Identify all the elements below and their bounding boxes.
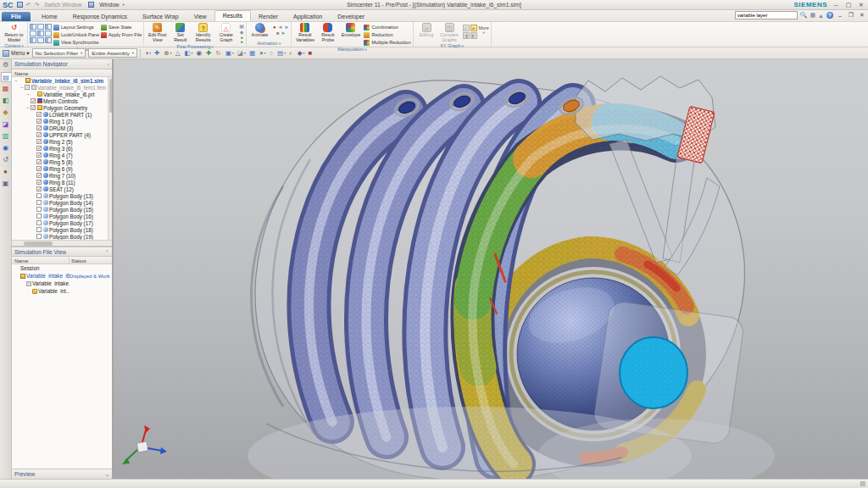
layout-arrangement-icon[interactable]: [45, 30, 52, 36]
ribbon-tab[interactable]: Response Dynamics: [65, 12, 135, 21]
tree-item[interactable]: LOWER PART (1): [12, 111, 112, 118]
animate-button[interactable]: Animate: [248, 23, 271, 38]
simulation-navigator-header[interactable]: Simulation Navigator ▫: [12, 59, 112, 69]
tree-item[interactable]: Ring 3 (6): [12, 145, 112, 152]
palette-icon[interactable]: ▥: [1, 131, 11, 141]
step-back-icon[interactable]: ◄: [278, 25, 283, 30]
window-layout-icon[interactable]: ▦: [248, 48, 257, 58]
visibility-checkbox[interactable]: [36, 193, 42, 198]
tree-item[interactable]: SEAT (12): [12, 186, 112, 192]
visibility-checkbox[interactable]: [36, 125, 42, 130]
tree-item[interactable]: Ring 4 (7): [12, 152, 112, 158]
reuse-library-icon[interactable]: ◪: [1, 119, 11, 130]
file-view-name-column[interactable]: Name: [12, 258, 70, 263]
visibility-checkbox[interactable]: [31, 98, 36, 103]
ribbon-tab[interactable]: Results: [214, 10, 251, 21]
tree-horizontal-scrollbar[interactable]: [12, 241, 112, 247]
tree-item[interactable]: Polygon Body (13): [12, 192, 112, 199]
ribbon-text-button[interactable]: Apply From File: [101, 31, 142, 38]
home-icon[interactable]: ▲: [818, 13, 824, 19]
ribbon-text-button[interactable]: Multiple Reduction: [364, 39, 410, 46]
measure-icon[interactable]: △: [174, 48, 182, 58]
visibility-checkbox[interactable]: [36, 180, 42, 185]
tree-item[interactable]: Polygon Body (16): [12, 213, 112, 219]
tree-item[interactable]: Ring 6 (9): [12, 165, 112, 172]
save-icon[interactable]: [17, 2, 23, 8]
undo-icon[interactable]: ↶: [26, 2, 31, 8]
ribbon-text-button[interactable]: View Synchronize: [53, 39, 99, 46]
visibility-checkbox[interactable]: [36, 173, 42, 178]
close-button[interactable]: ✕: [857, 2, 865, 8]
ribbon-tab[interactable]: Developer: [330, 12, 372, 21]
file-view-row[interactable]: Variable_intake...: [12, 280, 112, 287]
menu-button[interactable]: Menu▾: [3, 50, 30, 57]
ribbon-text-button[interactable]: Reduction: [364, 31, 410, 38]
ribbon-tab[interactable]: Surface Wrap: [135, 12, 186, 21]
ribbon-text-button[interactable]: Combination: [364, 24, 410, 30]
ribbon-tab[interactable]: File: [2, 12, 31, 21]
navigator-name-column-header[interactable]: Name: [12, 69, 112, 77]
identify-results-button[interactable]: Identify Results: [192, 23, 214, 42]
visibility-checkbox[interactable]: [36, 119, 42, 124]
envelope-button[interactable]: Envelope: [339, 23, 362, 42]
search-icon[interactable]: 🔍: [800, 12, 808, 19]
maximize-button[interactable]: ▢: [844, 2, 853, 8]
result-probe-button[interactable]: Result Probe: [316, 23, 339, 42]
doc-close-button[interactable]: ✕: [858, 12, 866, 19]
visibility-checkbox[interactable]: [36, 166, 42, 171]
file-view-status-column[interactable]: Status: [70, 258, 112, 263]
tree-item[interactable]: Ring 5 (8): [12, 158, 112, 165]
record-icon[interactable]: ●: [273, 25, 276, 30]
visibility-checkbox[interactable]: [36, 214, 42, 219]
tree-item[interactable]: Ring 2 (5): [12, 138, 112, 145]
zoom-icon[interactable]: ◉: [195, 48, 204, 58]
window-menu[interactable]: Window: [99, 2, 119, 8]
visibility-checkbox[interactable]: [36, 200, 42, 205]
layout-arrangement-icon[interactable]: [45, 37, 52, 43]
visibility-checkbox[interactable]: [36, 132, 42, 137]
snap-point-icon[interactable]: ⊕▾: [163, 48, 173, 58]
orient-view-icon[interactable]: ◧▾: [183, 48, 194, 58]
background-icon[interactable]: ▤▾: [276, 48, 287, 58]
ribbon-tab[interactable]: View: [186, 12, 214, 21]
tree-item[interactable]: Polygon Body (14): [12, 199, 112, 206]
visibility-checkbox[interactable]: [36, 227, 42, 232]
simulation-file-view-header[interactable]: Simulation File View ⌃: [12, 247, 112, 257]
xy-window-icon[interactable]: ▱: [463, 25, 470, 31]
doc-minimize-button[interactable]: –: [836, 13, 844, 19]
history-icon[interactable]: ↺: [1, 155, 11, 165]
command-search-input[interactable]: [735, 11, 798, 19]
layout-arrangement-grid[interactable]: [30, 24, 52, 43]
layout-arrangement-icon[interactable]: [30, 30, 36, 36]
visibility-checkbox[interactable]: [31, 105, 36, 110]
trim-section-icon[interactable]: ◪▾: [236, 48, 247, 58]
ribbon-text-button[interactable]: Layout Settings: [53, 24, 99, 30]
rotate-view-icon[interactable]: ↻: [214, 48, 223, 58]
visibility-checkbox[interactable]: [36, 220, 42, 225]
file-view-row[interactable]: Variable_intake_i6_... Displayed & Work: [12, 272, 112, 280]
ribbon-tab[interactable]: Render: [251, 12, 286, 21]
intake-manifold-model[interactable]: [114, 59, 868, 479]
result-variables-button[interactable]: Result Variables: [293, 23, 316, 42]
tree-item[interactable]: Ring 1 (2): [12, 118, 112, 125]
tree-item[interactable]: − Variable_intake_i6_sim1.sim: [12, 77, 112, 84]
file-view-row[interactable]: Session: [12, 264, 112, 272]
gear-icon[interactable]: ⚙: [1, 60, 11, 70]
show-hide-icon[interactable]: ◑▾: [143, 48, 153, 58]
pan-icon[interactable]: ✚: [205, 48, 214, 58]
ribbon-text-button[interactable]: Save State: [101, 24, 142, 30]
doc-restore-button[interactable]: ❐: [847, 12, 855, 19]
graphics-window[interactable]: [114, 59, 868, 479]
expander-icon[interactable]: −: [14, 77, 19, 84]
layout-arrangement-icon[interactable]: [37, 37, 44, 43]
alert-icon[interactable]: ▨: [860, 480, 865, 487]
tree-item[interactable]: − Variable_intake_i6.prt: [12, 91, 112, 97]
xy-function-navigator-icon[interactable]: ◧: [1, 96, 11, 106]
layout-arrangement-icon[interactable]: [45, 24, 52, 30]
layout-arrangement-icon[interactable]: [30, 24, 36, 30]
post-processing-navigator-icon[interactable]: ▦: [1, 84, 11, 94]
tree-item[interactable]: Polygon Body (19): [12, 233, 112, 240]
visibility-checkbox[interactable]: [36, 234, 42, 239]
more-button[interactable]: More▾: [479, 25, 489, 35]
visibility-checkbox[interactable]: [36, 159, 42, 164]
